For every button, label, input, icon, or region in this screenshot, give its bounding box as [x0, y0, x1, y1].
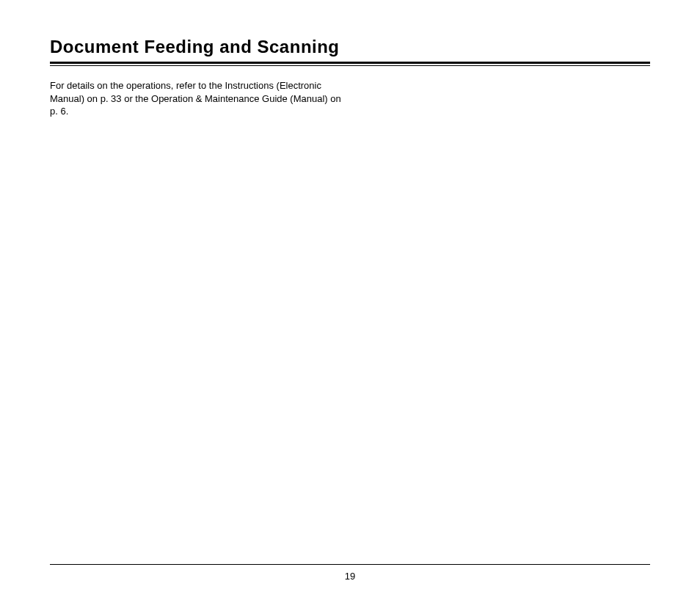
page-number: 19 — [345, 571, 355, 582]
section-title: Document Feeding and Scanning — [50, 37, 650, 62]
body-text: For details on the operations, refer to … — [50, 79, 343, 118]
footer: 19 — [50, 564, 650, 582]
title-underline-thin — [50, 65, 650, 66]
footer-rule: 19 — [50, 564, 650, 582]
title-underline-thick — [50, 62, 650, 64]
page-container: Document Feeding and Scanning For detail… — [0, 0, 700, 600]
